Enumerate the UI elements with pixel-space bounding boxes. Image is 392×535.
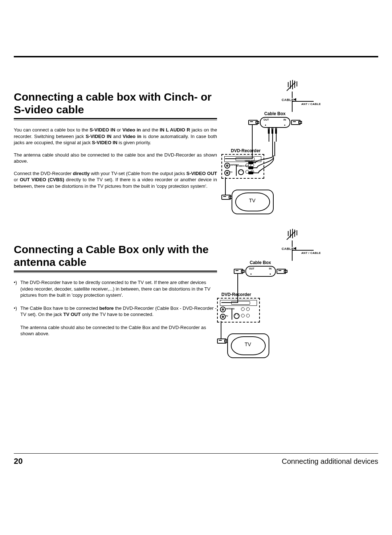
t: TV OUT bbox=[64, 312, 81, 317]
rule-thin bbox=[14, 272, 217, 273]
rule-thin bbox=[14, 120, 217, 120]
label-cable-box: Cable Box bbox=[250, 260, 271, 265]
label-tv-small: TV bbox=[226, 315, 228, 317]
label-tv: TV bbox=[249, 198, 256, 203]
rca-jack-icon bbox=[250, 163, 254, 167]
rule-heavy bbox=[14, 118, 217, 119]
label-tv: TV bbox=[245, 341, 251, 347]
section1-title: Connecting a cable box with Cinch- or S-… bbox=[14, 91, 217, 116]
label-out: OUT bbox=[249, 267, 254, 270]
t: You can connect a cable box to the bbox=[14, 127, 90, 133]
t: is given priority. bbox=[119, 140, 151, 145]
wire bbox=[292, 250, 293, 261]
t: Video in bbox=[122, 127, 141, 133]
coax-plug-icon bbox=[248, 120, 258, 125]
section2-li2-followup: The antenna cable should also be connect… bbox=[14, 324, 217, 337]
label-video: VIDEO (CVBS) bbox=[245, 160, 257, 162]
t: S-VIDEO OUT bbox=[186, 171, 217, 176]
t: before bbox=[99, 305, 114, 311]
label-cable-box: Cable Box bbox=[264, 111, 286, 116]
cable-box-body: OUT IN bbox=[260, 117, 290, 128]
t: only the TV have to be connected. bbox=[82, 312, 154, 317]
wire bbox=[292, 92, 293, 98]
wire bbox=[292, 101, 293, 112]
wire bbox=[225, 177, 226, 195]
wire bbox=[292, 101, 314, 102]
section1-p3: Connect the DVD-Recorder directly with y… bbox=[14, 170, 217, 190]
arrow-icon bbox=[293, 98, 296, 101]
jack-dot bbox=[265, 125, 266, 126]
wire bbox=[272, 142, 275, 156]
section2-li1: The DVD-Recorder have to be directly con… bbox=[14, 279, 217, 299]
label-tv-small: TV bbox=[230, 171, 232, 173]
diagram-antenna-only: CABLE ANT / CABLE Cable Box OUT IN bbox=[224, 232, 326, 367]
rca-jack-icon bbox=[250, 170, 254, 174]
jack-dot bbox=[250, 273, 252, 275]
tv-jack-icon bbox=[224, 170, 230, 176]
rca-plug-icon bbox=[268, 129, 279, 142]
arrow-icon bbox=[293, 247, 296, 250]
jack-dot bbox=[270, 273, 271, 275]
t: OUT VIDEO (CVBS) bbox=[20, 177, 64, 182]
jack-dot bbox=[284, 125, 285, 126]
t: The Cable Box have to be connected bbox=[20, 305, 99, 311]
rca-jack-icon bbox=[245, 163, 249, 167]
tv-jack-icon bbox=[220, 314, 226, 320]
antenna-jack-icon bbox=[224, 163, 230, 169]
footer-title: Connecting additional devices bbox=[282, 457, 378, 466]
section2-li2: The Cable Box have to be connected befor… bbox=[14, 305, 217, 318]
t: Connect the DVD-Recorder bbox=[14, 171, 73, 176]
antenna-jack-icon bbox=[220, 307, 226, 312]
rca-jack-icon bbox=[241, 314, 245, 317]
rule-heavy bbox=[14, 271, 217, 272]
t: IN L AUDIO R bbox=[160, 127, 190, 133]
section2-title-text: Connecting a Cable Box only with the ant… bbox=[14, 243, 209, 268]
t: and bbox=[113, 134, 123, 139]
svideo-jack-icon bbox=[234, 313, 240, 319]
t: The DVD-Recorder have to be directly con… bbox=[20, 280, 211, 298]
divider bbox=[232, 309, 232, 320]
label-dvd-recorder: DVD-Recorder bbox=[221, 292, 251, 297]
diagram-cinch-svideo: CABLE ANT / CABLE Cable Box OUT IN bbox=[224, 84, 326, 218]
dvd-recorder-box: ANTENNA TV S-VIDEO OUT VIDEO (CVBS) bbox=[221, 154, 264, 179]
label-out: OUT bbox=[264, 118, 269, 121]
section1-title-text: Connecting a cable box with Cinch- or S-… bbox=[14, 91, 212, 115]
dvd-top-panel bbox=[220, 300, 257, 306]
coax-plug-icon bbox=[291, 120, 301, 125]
label-dvd-recorder: DVD-Recorder bbox=[231, 148, 261, 153]
coax-plug-icon bbox=[217, 339, 226, 344]
t: or bbox=[117, 127, 123, 133]
cable-box-body: OUT IN bbox=[245, 266, 276, 277]
section1-p2: The antenna cable should also be connect… bbox=[14, 152, 217, 165]
coax-plug-icon bbox=[234, 269, 243, 274]
t: with your TV-set (Cable from the output … bbox=[91, 171, 187, 176]
dvd-recorder-box: ANTENNA TV bbox=[217, 298, 260, 323]
wire bbox=[292, 240, 293, 247]
section-antenna-only: Connecting a Cable Box only with the ant… bbox=[14, 222, 378, 374]
wire bbox=[292, 250, 314, 251]
coax-plug-icon bbox=[221, 195, 231, 200]
label-in: IN bbox=[269, 267, 271, 270]
antenna-icon bbox=[285, 229, 301, 241]
t: S-VIDEO IN bbox=[90, 127, 115, 133]
t: and the bbox=[142, 127, 160, 133]
svideo-jack-icon bbox=[238, 169, 244, 175]
section2-list: The DVD-Recorder have to be directly con… bbox=[14, 279, 217, 318]
t: Video in bbox=[123, 134, 141, 139]
wire bbox=[221, 321, 221, 339]
label-in: IN bbox=[283, 118, 286, 121]
section2-title: Connecting a Cable Box only with the ant… bbox=[14, 243, 217, 268]
t: S-VIDEO IN bbox=[92, 140, 117, 145]
coax-plug-icon bbox=[277, 269, 286, 274]
rca-jack-icon bbox=[241, 307, 245, 311]
footer-rule bbox=[14, 453, 378, 454]
dvd-slot bbox=[231, 301, 250, 305]
section-cinch-svideo: Connecting a cable box with Cinch- or S-… bbox=[14, 0, 378, 222]
rca-jack-icon bbox=[246, 307, 250, 311]
label-ant-cable: ANT / CABLE bbox=[301, 251, 321, 255]
t: or bbox=[14, 177, 20, 182]
footer: 20 Connecting additional devices bbox=[14, 453, 378, 466]
rca-jack-icon bbox=[246, 314, 250, 317]
section1-p1: You can connect a cable box to the S-VID… bbox=[14, 127, 217, 146]
t: directly bbox=[73, 171, 90, 176]
